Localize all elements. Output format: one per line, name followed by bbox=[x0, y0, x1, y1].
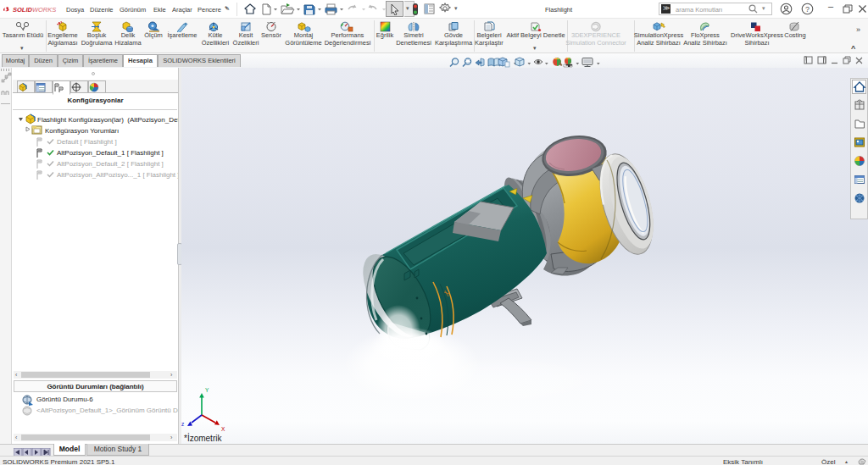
svg-text:z: z bbox=[181, 421, 184, 427]
svg-text:X: X bbox=[221, 426, 225, 432]
svg-text:?: ? bbox=[805, 5, 810, 14]
svg-text:Y: Y bbox=[205, 387, 209, 393]
svg-text:*İzometrik: *İzometrik bbox=[184, 433, 222, 443]
